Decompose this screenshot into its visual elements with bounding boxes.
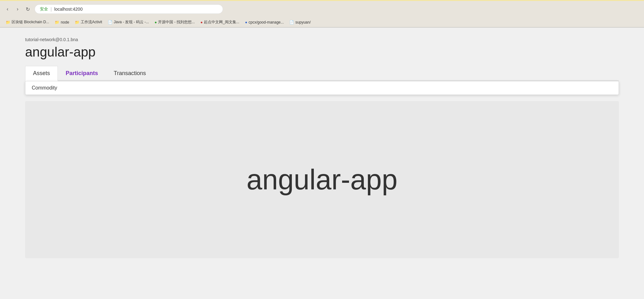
bookmark-cpcx[interactable]: ● cpcx/good-manage... xyxy=(243,19,286,25)
nav-buttons: ‹ › ↻ xyxy=(3,5,32,14)
tab-assets-label: Assets xyxy=(33,70,50,76)
bookmark-opensource[interactable]: ● 开源中国 - 找到您想... xyxy=(152,19,197,25)
reload-button[interactable]: ↻ xyxy=(23,5,32,14)
tab-transactions[interactable]: Transactions xyxy=(106,66,154,80)
app-title: angular-app xyxy=(25,45,619,60)
tab-transactions-label: Transactions xyxy=(114,70,146,76)
tab-participants-label: Participants xyxy=(66,70,98,76)
bookmark-java[interactable]: 📄 Java - 发现 - 码云 -... xyxy=(105,19,151,25)
bookmark-label: supyuan/ xyxy=(295,20,311,24)
bookmark-label: cpcx/good-manage... xyxy=(248,20,284,24)
bookmark-qidian[interactable]: ● 起点中文网_阅文集... xyxy=(198,19,242,25)
browser-toolbar: ‹ › ↻ 安全 | localhost:4200 xyxy=(0,1,644,17)
file-icon: 📄 xyxy=(108,20,112,24)
main-panel: angular-app xyxy=(25,101,619,258)
bookmarks-bar: 📁 区块链 Blockchain D... 📁 node 📁 工作流Activi… xyxy=(0,17,644,27)
network-label: tutorial-network@0.0.1.bna xyxy=(25,37,619,42)
security-indicator: 安全 xyxy=(40,6,48,12)
dropdown-container: Commodity xyxy=(25,81,619,95)
bookmark-label: 起点中文网_阅文集... xyxy=(204,19,239,25)
url-separator: | xyxy=(51,7,52,12)
tabs: Assets Participants Transactions xyxy=(25,66,619,81)
bookmark-workflow[interactable]: 📁 工作流Activit xyxy=(72,19,105,25)
bookmark-label: 工作流Activit xyxy=(81,19,102,25)
folder-icon: 📁 xyxy=(75,20,79,24)
bookmark-node[interactable]: 📁 node xyxy=(52,19,72,25)
url-text: localhost:4200 xyxy=(54,7,218,12)
page-header: tutorial-network@0.0.1.bna angular-app xyxy=(0,28,644,66)
address-bar[interactable]: 安全 | localhost:4200 xyxy=(35,4,223,14)
site-icon: ● xyxy=(200,20,203,24)
folder-icon: 📁 xyxy=(55,20,59,24)
folder-icon: 📁 xyxy=(6,20,10,24)
forward-button[interactable]: › xyxy=(13,5,22,14)
bookmark-label: node xyxy=(61,20,69,24)
tab-assets[interactable]: Assets xyxy=(25,66,58,81)
dropdown-item-label: Commodity xyxy=(32,85,57,90)
assets-dropdown: Commodity xyxy=(25,81,619,95)
bookmark-blockchain[interactable]: 📁 区块链 Blockchain D... xyxy=(3,19,52,25)
panel-title: angular-app xyxy=(247,164,397,196)
dropdown-item-commodity[interactable]: Commodity xyxy=(25,81,619,95)
site-icon: ● xyxy=(245,20,247,24)
bookmark-label: Java - 发现 - 码云 -... xyxy=(114,19,149,25)
main-content: tutorial-network@0.0.1.bna angular-app A… xyxy=(0,28,644,258)
bookmark-supyuan[interactable]: 📄 supyuan/ xyxy=(287,19,313,25)
browser-chrome: ‹ › ↻ 安全 | localhost:4200 📁 区块链 Blockcha… xyxy=(0,0,644,28)
tabs-container: Assets Participants Transactions xyxy=(0,66,644,81)
bookmark-label: 区块链 Blockchain D... xyxy=(12,19,49,25)
back-button[interactable]: ‹ xyxy=(3,5,12,14)
file-icon: 📄 xyxy=(289,20,294,24)
tab-participants[interactable]: Participants xyxy=(58,66,106,80)
site-icon: ● xyxy=(155,20,157,24)
bookmark-label: 开源中国 - 找到您想... xyxy=(158,19,195,25)
